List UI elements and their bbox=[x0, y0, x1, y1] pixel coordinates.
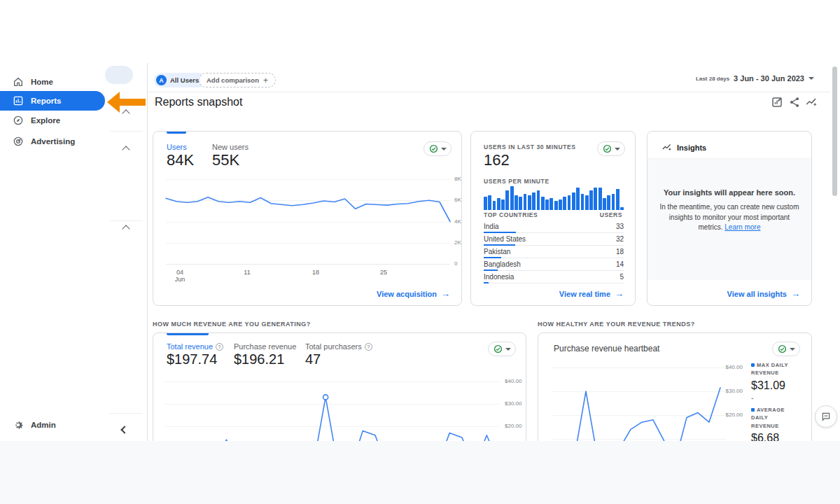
screenshot-canvas: Home Reports Explore Advertising Admin bbox=[0, 0, 840, 504]
primary-sidebar: Home Reports Explore Advertising Admin bbox=[0, 63, 105, 441]
check-circle-icon bbox=[778, 344, 787, 354]
data-quality-dropdown[interactable] bbox=[488, 342, 516, 356]
data-quality-dropdown[interactable] bbox=[597, 141, 625, 156]
y-axis-tick: 8K bbox=[454, 176, 461, 182]
minute-bar bbox=[559, 200, 562, 210]
secondary-nav-rail bbox=[105, 63, 148, 441]
advertising-icon bbox=[13, 136, 24, 147]
chevron-down-icon bbox=[441, 148, 447, 150]
add-comparison-button[interactable]: Add comparison + bbox=[199, 73, 276, 88]
home-icon bbox=[13, 76, 24, 88]
plus-icon: + bbox=[263, 76, 268, 85]
date-range-value: 3 Jun - 30 Jun 2023 bbox=[734, 74, 804, 83]
chat-bubble-icon bbox=[821, 412, 831, 421]
insights-sparkline-icon bbox=[662, 142, 672, 153]
help-icon[interactable]: ? bbox=[365, 343, 372, 351]
country-name: United States bbox=[484, 235, 526, 243]
customize-report-icon[interactable] bbox=[771, 96, 783, 108]
collapse-rail-icon[interactable] bbox=[120, 426, 128, 433]
country-row: Pakistan18 bbox=[484, 246, 624, 258]
view-real-time-link[interactable]: View real time→ bbox=[559, 289, 624, 298]
tab-purchase-revenue[interactable]: Purchase revenue bbox=[234, 342, 296, 351]
reports-icon bbox=[13, 95, 24, 106]
rail-divider bbox=[109, 220, 143, 221]
country-users: 33 bbox=[616, 223, 624, 230]
max-daily-sub: - bbox=[751, 393, 794, 402]
minute-bar bbox=[545, 200, 549, 210]
insights-sparkline-icon[interactable] bbox=[805, 96, 818, 108]
scrollbar-thumb[interactable] bbox=[832, 66, 837, 196]
y-axis-tick: $40.00 bbox=[718, 364, 743, 370]
revenue-trend-line-chart bbox=[164, 375, 499, 441]
sidebar-item-advertising[interactable]: Advertising bbox=[0, 132, 105, 151]
minute-bar bbox=[572, 192, 575, 211]
view-acquisition-link[interactable]: View acquisition→ bbox=[377, 289, 450, 298]
date-range-picker[interactable]: Last 28 days 3 Jun - 30 Jun 2023 bbox=[696, 74, 814, 83]
explore-icon bbox=[13, 115, 24, 126]
users-column-header: USERS bbox=[600, 211, 622, 218]
tab-total-revenue[interactable]: Total revenue? bbox=[167, 342, 223, 351]
minute-bar bbox=[603, 198, 606, 210]
y-axis-tick: 4K bbox=[454, 218, 461, 225]
country-users: 32 bbox=[616, 235, 624, 243]
minute-bar bbox=[488, 195, 491, 210]
new-users-value: 55K bbox=[212, 151, 239, 169]
page-bottom-band bbox=[0, 441, 840, 504]
tab-users[interactable]: Users bbox=[167, 143, 187, 151]
learn-more-link[interactable]: Learn more bbox=[724, 223, 760, 231]
chat-feedback-button[interactable] bbox=[815, 405, 837, 428]
country-users: 14 bbox=[616, 260, 624, 268]
page-title: Reports snapshot bbox=[155, 96, 242, 108]
x-axis-tick: 25 bbox=[375, 269, 392, 276]
minute-bar bbox=[581, 194, 584, 210]
insights-empty-state: Your insights will appear here soon. In … bbox=[648, 158, 811, 280]
total-revenue-value: $197.74 bbox=[167, 351, 217, 368]
data-quality-dropdown[interactable] bbox=[424, 141, 451, 156]
legend-dot bbox=[751, 363, 755, 367]
arrow-right-icon: → bbox=[441, 289, 450, 298]
tab-total-purchasers[interactable]: Total purchasers? bbox=[305, 342, 372, 351]
country-row: United States32 bbox=[484, 233, 624, 246]
sidebar-item-reports[interactable]: Reports bbox=[0, 91, 105, 111]
data-quality-dropdown[interactable] bbox=[772, 342, 800, 356]
share-icon[interactable] bbox=[788, 96, 801, 108]
check-circle-icon bbox=[429, 144, 438, 153]
minute-bar bbox=[505, 190, 509, 210]
country-name: India bbox=[484, 223, 499, 230]
users-overview-card: Users 84K New users 55K 8K 6K 4K 2K 0 04… bbox=[153, 131, 462, 306]
collapse-section-icon[interactable] bbox=[122, 146, 130, 153]
realtime-users-value: 162 bbox=[484, 151, 510, 169]
minute-bar bbox=[528, 195, 531, 210]
country-row: Bangladesh14 bbox=[484, 258, 624, 271]
check-circle-icon bbox=[493, 344, 503, 354]
realtime-card: USERS IN LAST 30 MINUTES 162 USERS PER M… bbox=[470, 131, 636, 306]
minute-bar bbox=[532, 192, 536, 211]
minute-bar bbox=[537, 190, 540, 210]
date-preset-label: Last 28 days bbox=[696, 76, 729, 82]
sidebar-item-home[interactable]: Home bbox=[0, 72, 105, 92]
minute-bar bbox=[589, 190, 593, 210]
tab-new-users[interactable]: New users bbox=[212, 143, 248, 151]
insights-header: Insights bbox=[677, 144, 706, 152]
revenue-heartbeat-card: Purchase revenue heartbeat $40.00 $30.00… bbox=[538, 332, 812, 441]
view-all-insights-link[interactable]: View all insights→ bbox=[727, 289, 800, 298]
sidebar-item-admin[interactable]: Admin bbox=[0, 415, 105, 435]
check-circle-icon bbox=[603, 144, 612, 153]
rail-divider bbox=[109, 413, 143, 414]
segment-avatar: A bbox=[156, 75, 167, 85]
help-icon[interactable]: ? bbox=[216, 343, 223, 351]
realtime-title: USERS IN LAST 30 MINUTES bbox=[484, 144, 576, 150]
chevron-down-icon bbox=[790, 348, 795, 351]
insights-description: In the meantime, you can create new cust… bbox=[657, 202, 802, 233]
x-axis-tick: 11 bbox=[239, 269, 255, 276]
rail-selected-pill[interactable] bbox=[105, 66, 133, 84]
y-axis-tick: $20.00 bbox=[505, 423, 522, 429]
minute-bar bbox=[484, 197, 487, 210]
topbar-divider bbox=[148, 92, 830, 92]
minute-bar bbox=[576, 188, 580, 210]
collapse-section-icon[interactable] bbox=[122, 225, 130, 232]
sidebar-item-label: Home bbox=[31, 78, 53, 86]
minute-bar bbox=[519, 197, 522, 210]
sidebar-item-explore[interactable]: Explore bbox=[0, 111, 105, 130]
minute-bar bbox=[510, 186, 514, 210]
